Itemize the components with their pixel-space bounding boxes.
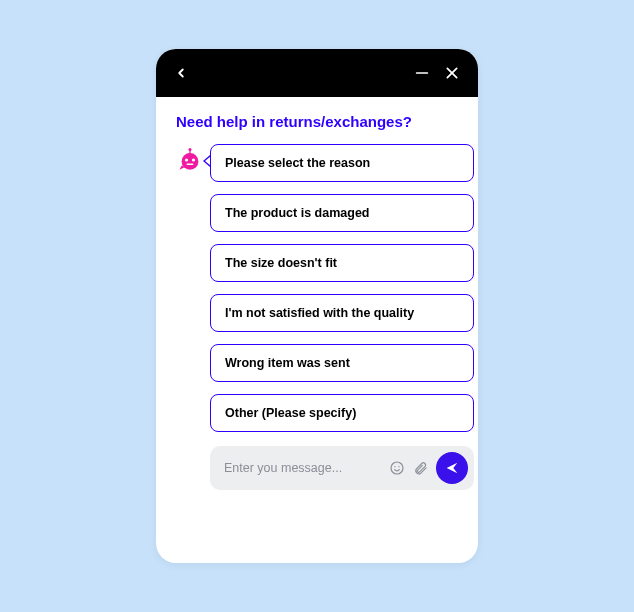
titlebar — [156, 49, 478, 97]
send-button[interactable] — [436, 452, 468, 484]
bot-icon — [176, 146, 204, 174]
svg-rect-5 — [189, 150, 190, 154]
svg-point-11 — [394, 466, 395, 467]
chat-content: Need help in returns/exchanges? — [156, 97, 478, 563]
svg-point-6 — [185, 158, 188, 161]
minimize-icon[interactable] — [414, 65, 430, 81]
back-icon[interactable] — [174, 66, 188, 80]
stage: Need help in returns/exchanges? — [35, 35, 599, 577]
speech-tail-icon — [203, 155, 210, 167]
svg-point-7 — [192, 158, 195, 161]
bot-avatar — [176, 144, 204, 174]
titlebar-left — [174, 66, 188, 80]
message-input-bar — [210, 446, 474, 490]
emoji-icon[interactable] — [389, 460, 405, 476]
attachment-icon[interactable] — [413, 461, 428, 476]
send-icon — [444, 460, 460, 476]
message-input[interactable] — [224, 461, 381, 475]
bot-message-bubble: Please select the reason — [210, 144, 474, 182]
options-column: Please select the reason The product is … — [210, 144, 474, 490]
svg-rect-8 — [187, 164, 194, 166]
bot-row: Please select the reason The product is … — [176, 144, 458, 490]
reason-option[interactable]: The size doesn't fit — [210, 244, 474, 282]
reason-option[interactable]: I'm not satisfied with the quality — [210, 294, 474, 332]
reason-option[interactable]: Other (Please specify) — [210, 394, 474, 432]
svg-point-12 — [398, 466, 399, 467]
close-icon[interactable] — [444, 65, 460, 81]
bot-message-text: Please select the reason — [210, 144, 474, 182]
svg-point-10 — [391, 462, 403, 474]
reason-option[interactable]: The product is damaged — [210, 194, 474, 232]
titlebar-right — [414, 65, 460, 81]
reason-options: The product is damaged The size doesn't … — [210, 194, 474, 432]
reason-option[interactable]: Wrong item was sent — [210, 344, 474, 382]
chat-window: Need help in returns/exchanges? — [156, 49, 478, 563]
chat-title: Need help in returns/exchanges? — [176, 113, 458, 130]
